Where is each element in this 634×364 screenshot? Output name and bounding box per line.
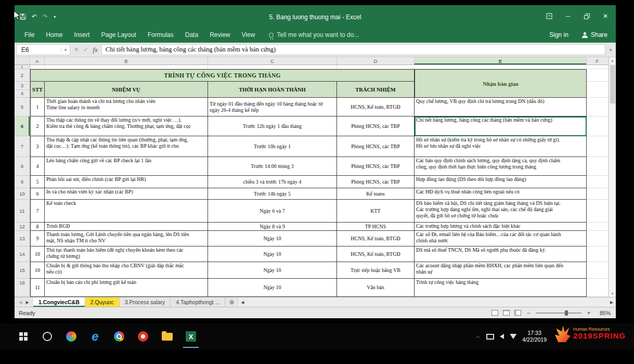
cell-responsible[interactable]: Phòng HCNS, các TBP (337, 176, 415, 188)
taskbar-clock[interactable]: 17:33 4/22/2019 (522, 330, 547, 343)
cell[interactable] (208, 65, 337, 69)
row-header-11[interactable]: 11 (15, 200, 30, 223)
add-sheet-icon[interactable]: ⊕ (225, 297, 238, 307)
scroll-down-icon[interactable]: ▼ (611, 290, 614, 297)
cell-responsible[interactable]: HCNS, Kế toán, BTGĐ (337, 98, 415, 116)
row-header-6-selected[interactable]: 6 (15, 116, 30, 136)
row-header-2[interactable]: 2 (15, 69, 30, 82)
cell[interactable] (415, 65, 587, 69)
cell-responsible[interactable]: Văn bản (337, 279, 415, 297)
cell[interactable] (45, 65, 208, 69)
header-handover[interactable]: Nhận bàn giao (415, 69, 587, 98)
cell-deadline[interactable]: chiều 3 và trước 17h ngày 4 (208, 176, 337, 188)
row-header-15[interactable]: 15 (15, 262, 30, 279)
close-button[interactable]: ✕ (596, 9, 615, 23)
cell-deadline[interactable]: Ngày 10 (208, 246, 337, 262)
scroll-up-icon[interactable]: ▲ (611, 57, 614, 64)
cell-deadline[interactable]: Trước 12h ngày 1 đầu tháng (208, 116, 337, 136)
recorder-app-button[interactable] (131, 324, 155, 348)
cell-deadline[interactable]: Trước 14:00 mùng 3 (208, 157, 337, 176)
cell-deadline[interactable]: Ngày 10 (208, 279, 337, 297)
col-header-e-selected[interactable]: E (415, 57, 587, 64)
row-header-16[interactable]: 16 (15, 279, 30, 297)
vertical-scroll-thumb[interactable] (610, 65, 615, 103)
col-header-b[interactable]: B (45, 57, 208, 64)
row-header-3[interactable]: 3 (15, 82, 30, 90)
cell-deadline[interactable]: Ngày 8 và 9 (208, 223, 337, 231)
cell-task[interactable]: Chuẩn bị báo cáo chi phí lương gửi kế to… (45, 279, 208, 297)
cell-task[interactable]: Thanh toán lương, Gửi Lệnh chuyển tiền q… (45, 231, 208, 246)
row-header-12[interactable]: 12 (15, 223, 30, 231)
cell[interactable] (587, 157, 609, 176)
cell-responsible[interactable]: TP HCNS (337, 223, 415, 231)
sheet-prev-icon[interactable]: ◀ (19, 300, 22, 305)
cell[interactable] (587, 279, 609, 297)
cell-stt[interactable]: 10 (30, 246, 45, 262)
cell[interactable] (587, 262, 609, 279)
cell[interactable] (587, 136, 609, 157)
cell-stt[interactable]: 2 (30, 116, 45, 136)
name-box[interactable]: E6 ▾ (16, 44, 70, 55)
excel-taskbar-button[interactable]: X (179, 324, 203, 348)
row-header-3-4[interactable]: 3 4 (15, 82, 30, 98)
cell-responsible[interactable]: HCNS, Kế toán, BTGĐ (337, 246, 415, 262)
cell-task[interactable]: Thu thập các thông tin về thay đổi lương… (45, 116, 208, 136)
row-header-10[interactable]: 10 (15, 188, 30, 200)
cell-deadline[interactable]: Trước 10h ngày 1 (208, 136, 337, 157)
tab-insert[interactable]: Insert (68, 27, 95, 43)
cell[interactable] (587, 65, 609, 69)
cell-handover[interactable]: DS mã số thuế TNCN, DS Mã số người phụ t… (415, 246, 587, 262)
chrome-browser-button[interactable] (107, 324, 131, 348)
sheet-tab-congviec[interactable]: 1.CongviecC&B (33, 297, 85, 307)
share-button[interactable]: Share (582, 31, 607, 38)
tab-formulas[interactable]: Formulas (142, 27, 179, 43)
table-title-cell[interactable]: TRÌNH TỰ CÔNG VIỆC TRONG THÁNG (30, 69, 415, 82)
row-header-9[interactable]: 9 (15, 176, 30, 188)
cell-stt[interactable]: 9 (30, 231, 45, 246)
page-layout-view-icon[interactable] (503, 310, 510, 316)
cell-task[interactable]: Lên bảng chấm công gửi về các BP check l… (45, 157, 208, 176)
cell-handover[interactable]: Trình tự công việc hàng tháng (415, 279, 587, 297)
cell-deadline[interactable]: Từ ngày 01 đầu tháng đến ngày 10 hàng th… (208, 98, 337, 116)
header-deadline[interactable]: THỜI HẠN HOÀN THÀNH (208, 82, 337, 98)
row-header-14[interactable]: 14 (15, 246, 30, 262)
cell-stt[interactable]: 3 (30, 136, 45, 157)
pinned-app-button[interactable] (59, 324, 83, 348)
sheet-tab-quyuoc[interactable]: 2.Quyuoc (85, 297, 120, 307)
row-header-13[interactable]: 13 (15, 231, 30, 246)
cell-handover[interactable]: Các số Đt, email liên hệ của Bảo hiểm…củ… (415, 231, 587, 246)
cell-handover[interactable]: Hồ sơ nhân sự (kiểm tra kỹ trong hồ sơ n… (415, 136, 587, 157)
cell-responsible[interactable]: Kế toans (337, 188, 415, 200)
cell[interactable] (587, 231, 609, 246)
ribbon-display-options-icon[interactable] (540, 9, 559, 23)
cell-task[interactable]: Chuẩn bị & gửi thông báo thu nhập cho CB… (45, 262, 208, 279)
horizontal-scrollbar[interactable]: ◀ ▶ (238, 297, 616, 307)
zoom-slider-handle[interactable] (565, 310, 568, 316)
wifi-icon[interactable] (510, 334, 516, 339)
cell-deadline[interactable]: Trước 14h ngày 5 (208, 188, 337, 200)
cell-handover[interactable]: Các acount đăng nhập phần mềm BHXH, các … (415, 262, 587, 279)
cell-stt[interactable]: 7 (30, 200, 45, 223)
zoom-out-icon[interactable]: − (526, 309, 531, 317)
cell-task[interactable]: Trình BGĐ (45, 223, 208, 231)
cell-task[interactable]: Thời gian hoàn thành và chi trả lương ch… (45, 98, 208, 116)
cell-responsible[interactable]: Trực tiếp hoặc bằng VB (337, 262, 415, 279)
cell-stt[interactable]: 5 (30, 176, 45, 188)
row-header-4[interactable]: 4 (15, 90, 30, 98)
row-header-7[interactable]: 7 (15, 136, 30, 157)
sheet-next-icon[interactable]: ▶ (26, 300, 29, 305)
col-header-c[interactable]: C (208, 57, 337, 64)
cell[interactable] (587, 98, 609, 116)
sheet-tab-process-salary[interactable]: 3.Process salary (120, 297, 171, 307)
page-break-view-icon[interactable] (514, 310, 521, 316)
cell-deadline[interactable]: Ngày 10 (208, 262, 337, 279)
cell[interactable] (587, 82, 609, 98)
cell[interactable] (587, 246, 609, 262)
formula-expand-icon[interactable]: ▾ (605, 47, 616, 53)
cell[interactable] (30, 65, 45, 69)
cell-stt[interactable]: 8 (30, 223, 45, 231)
cell-stt[interactable]: 11 (30, 279, 45, 297)
volume-icon[interactable] (500, 334, 504, 339)
zoom-in-icon[interactable]: + (586, 309, 591, 317)
cell-task[interactable]: In và cho nhân viên ký xác nhận (các BP) (45, 188, 208, 200)
